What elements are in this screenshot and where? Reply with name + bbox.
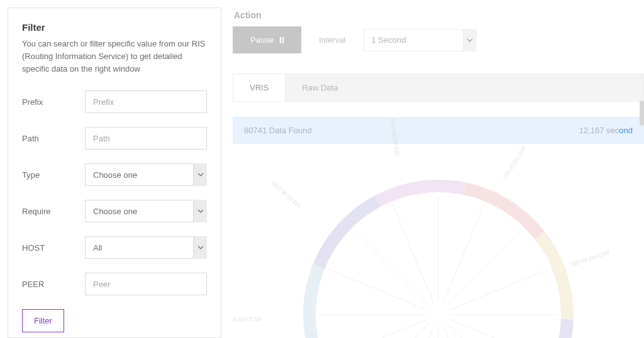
path-label: Path <box>22 134 85 143</box>
filter-title: Filter <box>22 22 207 33</box>
pause-button[interactable]: Pause <box>233 26 301 53</box>
chord-chart: 92.10.95.0/19103.20.90.0/23103.20.90.0/2… <box>233 151 644 338</box>
action-label: Action <box>234 10 644 20</box>
status-bar: 80741 Data Found 12.167 second <box>233 117 644 144</box>
peer-label: PEER <box>22 280 85 289</box>
filter-button[interactable]: Filter <box>22 309 64 332</box>
pause-button-label: Pause <box>250 35 274 45</box>
pause-icon <box>280 37 284 43</box>
svg-line-10 <box>354 324 430 338</box>
svg-line-2 <box>447 231 523 306</box>
svg-line-6 <box>447 324 523 338</box>
filter-description: You can search or filter specific value … <box>22 38 207 75</box>
tab-vris[interactable]: VRIS <box>233 74 286 101</box>
tab-raw-data[interactable]: Raw Data <box>286 74 354 101</box>
require-label: Require <box>22 207 85 216</box>
filter-panel: Filter You can search or filter specific… <box>8 8 221 338</box>
interval-label: Interval <box>319 35 346 45</box>
data-found-text: 80741 Data Found <box>244 126 312 135</box>
peer-input[interactable] <box>85 273 207 295</box>
arc-label: 92.10.95.0/19 <box>233 316 261 323</box>
type-label: Type <box>22 170 85 180</box>
svg-line-9 <box>393 326 434 338</box>
arc-label: 103.20.91.0/24 <box>502 145 527 180</box>
require-select[interactable]: Choose one <box>85 200 207 222</box>
timing-text: 12.167 second <box>579 126 633 135</box>
interval-select[interactable]: 1 Second <box>364 29 477 52</box>
svg-line-15 <box>393 205 434 303</box>
svg-line-5 <box>450 320 548 338</box>
type-select[interactable]: Choose one <box>85 163 207 186</box>
result-panel: Action Pause Interval 1 Second VRIS <box>233 8 644 338</box>
prefix-input[interactable] <box>85 90 207 113</box>
svg-line-3 <box>450 270 548 310</box>
svg-line-1 <box>443 205 484 303</box>
svg-line-14 <box>354 231 430 306</box>
svg-line-11 <box>328 320 426 338</box>
svg-line-13 <box>328 270 426 310</box>
prefix-label: Prefix <box>22 97 85 107</box>
path-input[interactable] <box>85 127 207 150</box>
tabs-bar: VRIS Raw Data <box>233 74 644 102</box>
scrollbar-thumb[interactable] <box>640 101 644 126</box>
host-label: HOST <box>22 243 85 253</box>
svg-line-7 <box>443 326 484 338</box>
arc-label: 103.20.90.0/23 <box>270 180 302 210</box>
host-select[interactable]: All <box>85 236 207 259</box>
